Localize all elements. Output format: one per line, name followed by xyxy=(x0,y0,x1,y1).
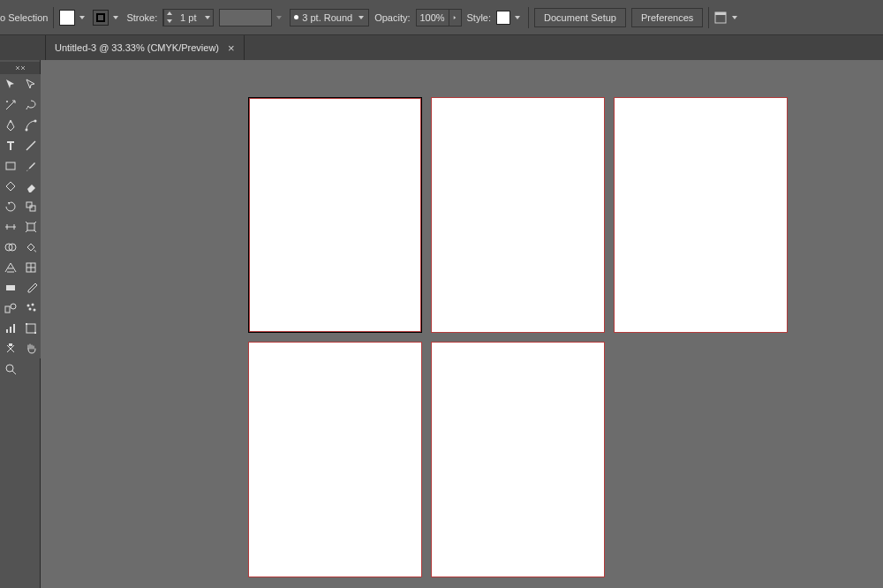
svg-point-17 xyxy=(26,304,29,306)
selection-tool[interactable] xyxy=(0,74,20,94)
scale-tool[interactable] xyxy=(20,196,41,216)
separator xyxy=(528,7,529,28)
svg-point-16 xyxy=(11,304,16,309)
preferences-button[interactable]: Preferences xyxy=(631,8,703,27)
shaper-tool[interactable] xyxy=(0,176,20,196)
svg-rect-24 xyxy=(26,324,35,333)
brush-definition[interactable]: 3 pt. Round xyxy=(290,9,369,26)
artboard-tool[interactable] xyxy=(20,318,41,338)
lasso-tool[interactable] xyxy=(20,94,41,115)
eyedropper-tool[interactable] xyxy=(20,277,41,298)
column-graph-tool[interactable] xyxy=(0,318,20,338)
stroke-profile-dropdown[interactable] xyxy=(274,10,284,26)
line-tool[interactable] xyxy=(20,135,41,155)
style-swatch-group[interactable] xyxy=(496,10,523,26)
svg-rect-1 xyxy=(715,12,726,15)
blend-tool[interactable] xyxy=(0,298,20,318)
slice-tool[interactable] xyxy=(0,338,20,358)
tools-panel xyxy=(0,60,41,588)
magic-wand-tool[interactable] xyxy=(0,94,20,115)
live-paint-tool[interactable] xyxy=(20,237,41,257)
svg-rect-13 xyxy=(6,285,15,290)
opacity-field[interactable] xyxy=(417,12,449,23)
width-tool[interactable] xyxy=(0,216,20,237)
control-bar: o Selection Stroke: 3 pt. Round Opacity:… xyxy=(0,0,883,35)
document-setup-button[interactable]: Document Setup xyxy=(534,8,626,27)
paintbrush-tool[interactable] xyxy=(20,155,41,176)
brush-dropdown[interactable] xyxy=(356,10,366,26)
artboard[interactable] xyxy=(615,98,787,332)
svg-point-4 xyxy=(25,128,27,131)
svg-point-3 xyxy=(10,121,11,123)
type-tool[interactable] xyxy=(0,135,20,155)
svg-rect-9 xyxy=(27,223,34,230)
stroke-profile-swatch[interactable] xyxy=(219,9,272,26)
svg-point-5 xyxy=(34,119,36,122)
style-swatch[interactable] xyxy=(496,11,510,25)
fill-dropdown[interactable] xyxy=(77,10,87,26)
svg-rect-7 xyxy=(26,202,32,207)
svg-point-18 xyxy=(31,303,34,305)
opacity-label: Opacity: xyxy=(374,12,410,23)
document-tab[interactable]: Untitled-3 @ 33.33% (CMYK/Preview) × xyxy=(46,35,245,60)
rotate-tool[interactable] xyxy=(0,196,20,216)
brush-dot-icon xyxy=(294,15,298,19)
fill-swatch-group[interactable] xyxy=(59,10,87,26)
align-to-button[interactable] xyxy=(714,11,737,24)
artboard[interactable] xyxy=(432,98,604,332)
stroke-label: Stroke: xyxy=(126,12,157,23)
tab-well xyxy=(0,35,46,60)
svg-rect-23 xyxy=(13,324,15,333)
free-transform-tool[interactable] xyxy=(20,216,41,237)
separator xyxy=(708,7,709,28)
svg-point-28 xyxy=(6,365,13,372)
tools-panel-header[interactable] xyxy=(0,62,40,74)
stroke-swatch[interactable] xyxy=(93,10,109,26)
curvature-tool[interactable] xyxy=(20,115,41,135)
gradient-tool[interactable] xyxy=(0,277,20,298)
perspective-grid-tool[interactable] xyxy=(0,257,20,277)
direct-selection-tool[interactable] xyxy=(20,74,41,94)
brush-label: 3 pt. Round xyxy=(302,12,352,23)
svg-rect-21 xyxy=(6,329,8,333)
svg-rect-8 xyxy=(30,206,35,211)
symbol-sprayer-tool[interactable] xyxy=(20,298,41,318)
document-tab-title: Untitled-3 @ 33.33% (CMYK/Preview) xyxy=(55,42,219,53)
main-area xyxy=(0,60,883,588)
separator xyxy=(53,7,54,28)
hand-tool[interactable] xyxy=(20,338,41,358)
svg-rect-6 xyxy=(6,162,15,170)
stroke-weight-dropdown[interactable] xyxy=(202,10,213,26)
style-dropdown[interactable] xyxy=(512,10,523,26)
tools-grid xyxy=(0,74,40,379)
artboard[interactable] xyxy=(249,343,421,577)
svg-rect-22 xyxy=(10,327,11,333)
svg-rect-15 xyxy=(5,306,10,313)
fill-swatch[interactable] xyxy=(59,10,75,26)
shape-builder-tool[interactable] xyxy=(0,237,20,257)
svg-rect-27 xyxy=(9,343,12,346)
artboard[interactable] xyxy=(249,98,421,332)
pen-tool[interactable] xyxy=(0,115,20,135)
stroke-weight-up[interactable] xyxy=(163,10,174,18)
stroke-dropdown[interactable] xyxy=(110,10,121,26)
eraser-tool[interactable] xyxy=(20,176,41,196)
artboard[interactable] xyxy=(432,343,604,577)
stroke-swatch-group[interactable] xyxy=(93,10,121,26)
stroke-weight-down[interactable] xyxy=(163,18,174,26)
close-tab-button[interactable]: × xyxy=(228,41,235,55)
svg-point-19 xyxy=(28,307,31,310)
opacity-dropdown[interactable] xyxy=(449,10,461,26)
svg-rect-25 xyxy=(26,323,27,325)
canvas[interactable] xyxy=(41,60,883,588)
stroke-profile-group[interactable] xyxy=(219,9,284,26)
mesh-tool[interactable] xyxy=(20,257,41,277)
style-label: Style: xyxy=(467,12,492,23)
opacity-input[interactable] xyxy=(416,9,462,26)
zoom-tool[interactable] xyxy=(0,358,20,379)
stroke-weight-field[interactable] xyxy=(174,12,202,23)
svg-rect-26 xyxy=(34,332,36,334)
stroke-weight-input[interactable] xyxy=(162,9,214,26)
svg-point-2 xyxy=(6,101,8,102)
rectangle-tool[interactable] xyxy=(0,155,20,176)
